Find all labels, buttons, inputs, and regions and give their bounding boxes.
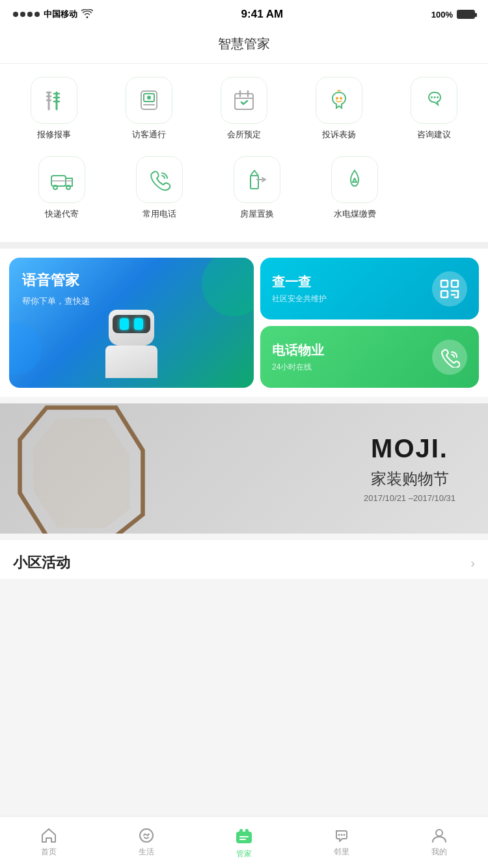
svg-point-20 [437,96,439,98]
phone-card[interactable]: 电话物业 24小时在线 [260,326,479,388]
svg-point-16 [336,97,338,100]
deco-circle-2 [9,323,42,375]
svg-point-11 [147,96,151,100]
express-icon-box [38,156,85,203]
svg-rect-32 [441,291,448,297]
mine-icon [431,827,448,844]
tab-item-mine[interactable]: 我的 [413,827,465,858]
visitor-label: 访客通行 [132,129,166,141]
tab-item-life[interactable]: 生活 [120,827,172,858]
banner-text-block: MOJI. 家装购物节 2017/10/21 –2017/10/31 [364,434,455,503]
icon-item-house[interactable]: 房屋置换 [208,156,306,220]
banner-title: 家装购物节 [364,468,455,489]
svg-point-45 [338,834,340,836]
svg-point-18 [431,96,433,98]
utility-label: 水电煤缴费 [334,208,376,220]
tab-item-neighbor[interactable]: 邻里 [316,827,368,858]
tab-label-home: 首页 [41,847,57,858]
svg-point-48 [436,830,442,836]
phone-label: 常用电话 [142,208,176,220]
svg-rect-25 [251,176,258,189]
phone-icon-box [136,156,183,203]
svg-point-38 [144,834,145,835]
icon-item-express[interactable]: 快递代寄 [13,156,111,220]
scan-card-subtitle: 社区安全共维护 [272,293,327,305]
robot-visor [113,315,150,333]
scan-icon-circle [432,271,467,306]
status-right: 100% [431,10,475,20]
utility-icon-box [331,156,378,203]
voice-card[interactable]: 语音管家 帮你下单，查快递 [9,258,254,388]
banner-section[interactable]: MOJI. 家装购物节 2017/10/21 –2017/10/31 [0,403,488,534]
life-icon [138,827,155,844]
tab-label-life: 生活 [139,847,154,858]
icon-item-complaint[interactable]: 投诉表扬 [300,77,378,141]
booking-icon-box [221,77,267,124]
booking-label: 会所预定 [227,129,261,141]
svg-rect-12 [235,94,253,109]
battery-label: 100% [431,10,453,20]
right-cards: 查一查 社区安全共维护 电话物业 24小时在线 [260,258,479,388]
icon-item-phone[interactable]: 常用电话 [111,156,208,220]
icon-item-utility[interactable]: 水电煤缴费 [306,156,403,220]
page-title: 智慧管家 [218,36,270,51]
banner-date: 2017/10/21 –2017/10/31 [364,493,455,503]
svg-point-39 [148,834,149,835]
wifi-icon [81,9,93,20]
svg-point-19 [434,96,436,98]
phone-card-title: 电话物业 [272,342,324,359]
phone-icon-circle [432,340,467,375]
house-icon-box [234,156,280,203]
status-bar: 中国移动 9:41 AM 100% [0,0,488,29]
battery-icon [457,10,475,19]
tab-label-neighbor: 邻里 [334,847,349,858]
activities-section[interactable]: 小区活动 › [0,540,488,579]
svg-rect-41 [239,829,243,834]
icon-item-consult[interactable]: 咨询建议 [395,77,473,141]
scan-card-title: 查一查 [272,273,327,291]
complaint-label: 投诉表扬 [322,129,356,141]
phone-card-text: 电话物业 24小时在线 [272,342,324,373]
chevron-right-icon: › [470,556,475,571]
scan-card-text: 查一查 社区安全共维护 [272,273,327,305]
svg-rect-42 [245,829,249,834]
express-label: 快递代寄 [45,208,79,220]
repair-label: 报修报事 [37,129,71,141]
deco-circle-1 [202,258,254,316]
tab-label-mine: 我的 [431,847,447,858]
carrier-label: 中国移动 [44,8,77,20]
icon-grid: 报修报事 访客通行 [0,64,488,242]
tab-item-home[interactable]: 首页 [23,827,75,858]
robot-body [105,346,157,378]
svg-rect-31 [452,280,458,287]
svg-point-47 [344,834,346,836]
svg-point-22 [53,185,57,189]
status-left: 中国移动 [13,8,93,20]
icon-item-visitor[interactable]: 访客通行 [110,77,188,141]
robot-head [109,310,154,346]
house-label: 房屋置换 [240,208,274,220]
icon-item-repair[interactable]: 报修报事 [15,77,93,141]
scan-card[interactable]: 查一查 社区安全共维护 [260,258,479,319]
signal-dots [13,12,40,17]
icon-row-1: 报修报事 访客通行 [7,77,481,141]
svg-rect-30 [441,280,448,287]
banner-shape-svg [7,403,156,534]
robot-eye-left [120,318,129,330]
robot-figure [96,310,167,388]
svg-point-46 [341,834,343,836]
divider-1 [0,242,488,249]
neighbor-icon [333,827,350,844]
tab-label-butler: 管家 [236,848,252,860]
consult-label: 咨询建议 [417,129,451,141]
visitor-icon-box [126,77,172,124]
icon-item-booking[interactable]: 会所预定 [205,77,283,141]
tab-spacer [0,579,488,638]
svg-point-17 [340,97,342,100]
tab-bar: 首页 生活 管家 邻里 [0,816,488,868]
butler-icon [234,825,254,846]
activities-title: 小区活动 [13,553,70,573]
home-icon [40,827,57,844]
tab-item-butler[interactable]: 管家 [218,825,270,860]
status-time: 9:41 AM [241,8,284,21]
